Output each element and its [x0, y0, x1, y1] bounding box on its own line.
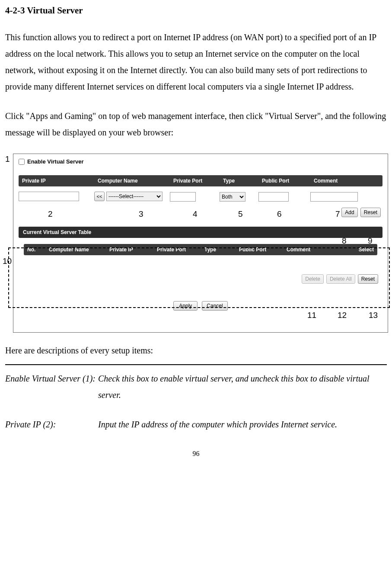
- descriptions-rule: [5, 364, 387, 365]
- input-header-bar: Private IP Computer Name Private Port Ty…: [19, 175, 382, 186]
- reset-button[interactable]: Reset: [360, 208, 381, 217]
- desc-def-1: Check this box to enable virtual server,…: [98, 370, 387, 403]
- hdr-private-port: Private Port: [170, 178, 220, 184]
- apply-button[interactable]: Apply: [173, 301, 198, 311]
- hdr-public-port: Public Port: [258, 178, 310, 184]
- footer-buttons: Apply Cancel: [16, 301, 385, 311]
- hdr-private-ip: Private IP: [19, 178, 94, 184]
- private-ip-input[interactable]: [19, 192, 79, 201]
- descriptions-table: Enable Virtual Server (1): Check this bo…: [5, 370, 387, 433]
- add-reset-row: Add Reset: [16, 208, 381, 217]
- delete-all-button[interactable]: Delete All: [326, 274, 355, 284]
- enable-virtual-server-checkbox[interactable]: [19, 159, 25, 165]
- th-private-ip: Private IP: [106, 247, 153, 253]
- type-select[interactable]: Both: [220, 192, 245, 202]
- comment-input[interactable]: [310, 192, 358, 202]
- descriptions-intro: Here are descriptions of every setup ite…: [5, 346, 387, 356]
- callout-1: 1: [5, 154, 10, 164]
- hdr-type: Type: [220, 178, 258, 184]
- page-number: 96: [5, 450, 387, 458]
- callout-10: 10: [3, 257, 12, 266]
- table-btn-row: Delete Delete All Reset: [16, 274, 378, 284]
- hdr-comment: Comment: [310, 178, 382, 184]
- th-select: Select: [331, 247, 377, 253]
- section-title: 4-2-3 Virtual Server: [5, 5, 387, 16]
- desc-row-2: Private IP (2): Input the IP address of …: [5, 416, 387, 433]
- delete-button[interactable]: Delete: [302, 274, 324, 284]
- reset2-button[interactable]: Reset: [358, 274, 378, 284]
- cancel-button[interactable]: Cancel: [202, 301, 227, 311]
- private-port-input[interactable]: [170, 192, 196, 202]
- enable-virtual-server-row[interactable]: Enable Virtual Server: [16, 157, 385, 175]
- desc-term-1: Enable Virtual Server (1):: [5, 370, 98, 403]
- virtual-server-panel: Enable Virtual Server Private IP Compute…: [13, 154, 388, 333]
- add-button[interactable]: Add: [341, 208, 357, 217]
- th-comment: Comment: [283, 247, 331, 253]
- intro-paragraph-1: This function allows you to redirect a p…: [5, 29, 387, 95]
- screenshot-figure: 1 10 Enable Virtual Server Private IP Co…: [13, 154, 387, 333]
- assign-button[interactable]: <<: [94, 192, 105, 201]
- desc-row-1: Enable Virtual Server (1): Check this bo…: [5, 370, 387, 403]
- desc-term-2: Private IP (2):: [5, 416, 98, 433]
- th-private-port: Private Port: [153, 247, 201, 253]
- input-row: << ------Select------ Both: [19, 191, 382, 202]
- computer-name-select[interactable]: ------Select------: [106, 192, 163, 201]
- th-type: Type: [201, 247, 236, 253]
- desc-def-2: Input the IP address of the computer whi…: [98, 416, 387, 433]
- th-computer-name: Computer Name: [45, 247, 106, 253]
- enable-virtual-server-label: Enable Virtual Server: [27, 158, 84, 165]
- th-no: No.: [24, 247, 45, 253]
- intro-paragraph-2: Click "Apps and Gaming" on top of web ma…: [5, 108, 387, 141]
- th-public-port: Public Port: [236, 247, 283, 253]
- hdr-computer-name: Computer Name: [94, 178, 170, 184]
- current-table-title: Current Virtual Server Table: [19, 227, 382, 238]
- table-header-bar: No. Computer Name Private IP Private Por…: [24, 244, 377, 255]
- public-port-input[interactable]: [258, 192, 289, 202]
